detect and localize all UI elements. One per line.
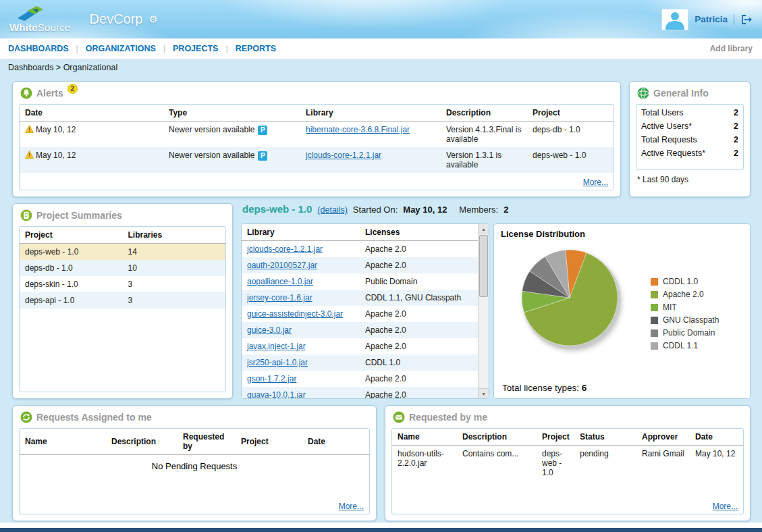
library-licenses: Apache 2.0 xyxy=(365,374,406,383)
alerts-title: Alerts xyxy=(36,87,63,99)
library-link[interactable]: jsr250-api-1.0.jar xyxy=(247,358,308,367)
person-icon xyxy=(663,11,686,30)
logo-text: WhiteSource xyxy=(9,22,71,33)
column-header: Project xyxy=(537,429,574,446)
requested-by-me-more-link[interactable]: More... xyxy=(713,502,738,511)
library-licenses: Apache 2.0 xyxy=(365,261,406,270)
library-scroll-area: LibraryLicenses jclouds-core-1.2.1.jar A… xyxy=(242,224,478,398)
library-row: aopalliance-1.0.jar Public Domain xyxy=(242,273,478,290)
project-library-count: 3 xyxy=(128,296,133,305)
request-project: deps-web - 1.0 xyxy=(542,449,562,477)
project-summaries-box: ProjectLibraries deps-web - 1.0 14 xyxy=(19,226,226,392)
library-link[interactable]: javax.inject-1.jar xyxy=(247,342,306,351)
scrollbar-thumb[interactable] xyxy=(479,235,488,297)
warning-icon xyxy=(25,125,34,135)
request-approver: Rami Gmail xyxy=(642,449,684,458)
column-header: Status xyxy=(574,429,636,446)
library-link[interactable]: aopalliance-1.0.jar xyxy=(247,277,313,286)
project-summaries-title: Project Summaries xyxy=(36,209,122,221)
nav-item[interactable]: PROJECTS xyxy=(156,44,219,53)
alert-date: May 10, 12 xyxy=(36,125,158,135)
project-details-link[interactable]: (details) xyxy=(317,205,347,215)
library-licenses: Apache 2.0 xyxy=(365,390,406,398)
alert-description: Version 1.3.1 is available xyxy=(446,151,501,169)
legend-swatch xyxy=(651,329,658,337)
column-header: Project xyxy=(527,105,614,122)
license-legend: CDDL 1.0Apache 2.0MITGNU ClasspathPublic… xyxy=(651,277,719,359)
project-row[interactable]: deps-api - 1.0 3 xyxy=(20,292,225,309)
library-row: guice-3.0.jar Apache 2.0 xyxy=(242,322,478,338)
project-name: deps-api - 1.0 xyxy=(25,296,74,305)
members-value: 2 xyxy=(504,205,508,215)
user-name-link[interactable]: Patricia xyxy=(695,14,728,24)
clipboard-icon xyxy=(20,209,32,224)
project-name: deps-db - 1.0 xyxy=(25,263,73,273)
nav-item[interactable]: ORGANIZATIONS xyxy=(69,44,156,53)
library-link[interactable]: guice-assistedinject-3.0.jar xyxy=(247,309,343,319)
library-table: LibraryLicenses jclouds-core-1.2.1.jar A… xyxy=(242,224,478,398)
info-row: Active Requests* 2 xyxy=(636,147,743,160)
column-header: Date xyxy=(20,105,163,122)
request-description: Contains com... xyxy=(462,449,518,458)
requests-assigned-box: NameDescriptionRequested byProjectDate N… xyxy=(19,428,370,514)
project-row[interactable]: deps-skin - 1.0 3 xyxy=(20,276,225,292)
user-avatar[interactable] xyxy=(661,9,688,30)
requests-assigned-title: Requests Assigned to me xyxy=(36,411,152,423)
nav-item[interactable]: REPORTS xyxy=(218,44,276,53)
info-value: 2 xyxy=(734,122,738,131)
scroll-up-icon[interactable]: ▲ xyxy=(479,224,489,234)
column-header: Project xyxy=(236,429,302,455)
footer-strip xyxy=(0,523,762,528)
library-link[interactable]: jersey-core-1.6.jar xyxy=(247,293,312,302)
info-label: Total Requests xyxy=(641,135,697,144)
library-table-box: LibraryLicenses jclouds-core-1.2.1.jar A… xyxy=(241,223,489,399)
scroll-down-icon[interactable]: ▼ xyxy=(479,388,489,398)
nav-item[interactable]: DASHBOARDS xyxy=(8,44,69,53)
project-row[interactable]: deps-db - 1.0 10 xyxy=(20,260,225,276)
requests-assigned-more-link[interactable]: More... xyxy=(339,502,364,511)
info-label: Total Users xyxy=(641,108,684,117)
alert-row: May 10, 12 Newer version availableP jclo… xyxy=(20,147,614,173)
general-info-footnote: * Last 90 days xyxy=(636,175,744,184)
requested-by-me-header-row: NameDescriptionProjectStatusApproverDate xyxy=(392,429,743,446)
library-link[interactable]: guava-10.0.1.jar xyxy=(247,390,306,398)
library-scrollbar[interactable]: ▲ ▼ xyxy=(478,224,489,398)
library-link[interactable]: jclouds-core-1.2.1.jar xyxy=(247,244,323,254)
column-header: Approver xyxy=(636,429,690,446)
library-table-body: jclouds-core-1.2.1.jar Apache 2.0 oauth-… xyxy=(242,241,478,399)
settings-gear-icon[interactable]: ⚙ xyxy=(148,14,157,26)
alert-type: Newer version available xyxy=(169,125,254,134)
legend-item: GNU Classpath xyxy=(651,315,719,325)
legend-item: Public Domain xyxy=(651,328,719,338)
dashboard-content: Alerts 2 DateTypeLibraryDescriptionProje… xyxy=(0,76,762,523)
library-row: guice-assistedinject-3.0.jar Apache 2.0 xyxy=(242,306,478,322)
library-licenses: Apache 2.0 xyxy=(365,342,406,351)
library-licenses: CDDL 1.1, GNU Classpath xyxy=(365,293,461,302)
nav-list: DASHBOARDSORGANIZATIONSPROJECTSREPORTS xyxy=(8,44,276,53)
alerts-bell-icon xyxy=(20,87,32,102)
library-link[interactable]: gson-1.7.2.jar xyxy=(247,374,296,383)
license-total-value: 6 xyxy=(582,383,587,393)
project-row[interactable]: deps-web - 1.0 14 xyxy=(20,244,225,261)
add-library-button[interactable]: Add library xyxy=(710,44,753,53)
library-link[interactable]: guice-3.0.jar xyxy=(247,325,292,335)
column-header: Licenses xyxy=(360,224,478,241)
library-link[interactable]: oauth-20100527.jar xyxy=(247,261,317,270)
library-licenses: CDDL 1.0 xyxy=(365,358,400,367)
info-row: Total Requests 2 xyxy=(636,133,743,147)
warning-icon xyxy=(25,151,34,161)
alert-library-link[interactable]: hibernate-core-3.6.8.Final.jar xyxy=(306,125,410,134)
column-header: Name xyxy=(20,429,106,455)
column-header: Description xyxy=(457,429,537,446)
library-licenses: Apache 2.0 xyxy=(365,309,406,319)
alert-library-link[interactable]: jclouds-core-1.2.1.jar xyxy=(306,151,381,160)
breadcrumb[interactable]: Dashboards > Organizational xyxy=(0,59,762,76)
alert-project: deps-db - 1.0 xyxy=(533,125,580,134)
library-row: javax.inject-1.jar Apache 2.0 xyxy=(242,338,478,354)
alerts-table-body: May 10, 12 Newer version availableP hibe… xyxy=(20,122,614,174)
logout-icon[interactable] xyxy=(740,14,753,26)
scrollbar-track[interactable] xyxy=(479,234,489,388)
whitesource-logo[interactable]: WhiteSource xyxy=(9,6,71,33)
alerts-more-link[interactable]: More... xyxy=(583,178,608,187)
legend-label: GNU Classpath xyxy=(663,315,719,325)
